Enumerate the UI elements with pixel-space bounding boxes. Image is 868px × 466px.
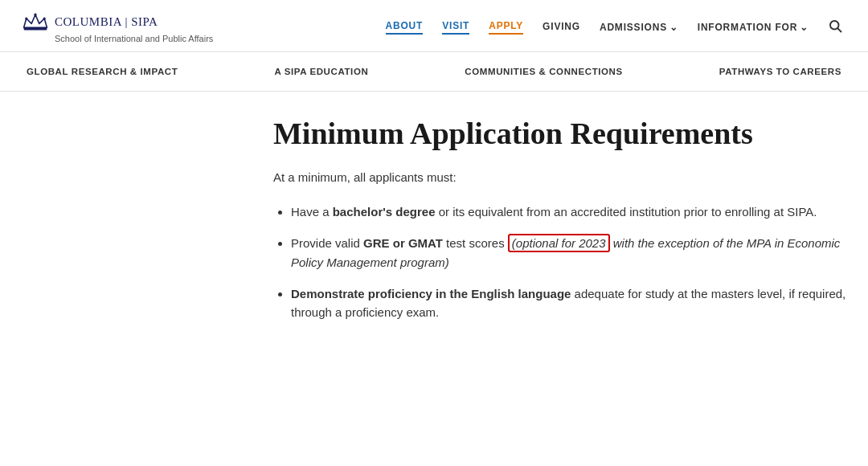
bullet-bold-1: bachelor's degree bbox=[333, 205, 436, 219]
secondary-navigation: GLOBAL RESEARCH & IMPACT A SIPA EDUCATIO… bbox=[0, 52, 868, 92]
list-item: Provide valid GRE or GMAT test scores (o… bbox=[291, 234, 868, 272]
nav-apply[interactable]: APPLY bbox=[489, 20, 523, 35]
search-icon[interactable] bbox=[828, 18, 842, 36]
logo-subtitle: School of International and Public Affai… bbox=[23, 34, 213, 43]
svg-point-1 bbox=[34, 14, 36, 16]
logo-area: COLUMBIA | SIPA School of International … bbox=[23, 11, 213, 43]
bullet-text-2-before: Provide valid bbox=[291, 236, 363, 250]
svg-line-5 bbox=[837, 28, 841, 31]
bullet-text-1-after: or its equivalent from an accredited ins… bbox=[436, 205, 817, 219]
bullet-bold-3: Demonstrate proficiency in the English l… bbox=[291, 287, 571, 300]
sec-nav-global-research[interactable]: GLOBAL RESEARCH & IMPACT bbox=[0, 52, 226, 91]
svg-point-2 bbox=[25, 17, 27, 19]
bullet-bold-2: GRE or GMAT bbox=[363, 236, 443, 250]
crown-icon bbox=[23, 11, 48, 32]
top-navigation: COLUMBIA | SIPA School of International … bbox=[0, 0, 868, 52]
page-title: Minimum Application Requirements bbox=[273, 116, 868, 153]
chevron-down-icon: ⌄ bbox=[800, 22, 809, 33]
nav-information-for[interactable]: INFORMATION FOR ⌄ bbox=[698, 22, 809, 33]
svg-rect-0 bbox=[24, 27, 47, 30]
logo-top: COLUMBIA | SIPA bbox=[23, 11, 213, 32]
logo-name[interactable]: COLUMBIA | SIPA bbox=[55, 15, 158, 29]
main-content: Minimum Application Requirements At a mi… bbox=[0, 92, 868, 345]
nav-links: ABOUT VISIT APPLY GIVING ADMISSIONS ⌄ IN… bbox=[386, 18, 842, 36]
nav-giving[interactable]: GIVING bbox=[542, 21, 580, 34]
list-item: Demonstrate proficiency in the English l… bbox=[291, 284, 868, 322]
nav-admissions[interactable]: ADMISSIONS ⌄ bbox=[600, 22, 678, 33]
bullet-text-2-mid: test scores bbox=[443, 236, 508, 250]
highlighted-optional: (optional for 2023 bbox=[508, 234, 610, 252]
chevron-down-icon: ⌄ bbox=[669, 22, 678, 33]
nav-about[interactable]: ABOUT bbox=[386, 20, 424, 35]
sec-nav-sipa-education[interactable]: A SIPA EDUCATION bbox=[226, 52, 416, 91]
sec-nav-pathways[interactable]: PATHWAYS TO CAREERS bbox=[671, 52, 868, 91]
intro-text: At a minimum, all applicants must: bbox=[273, 169, 868, 187]
svg-point-3 bbox=[43, 17, 46, 19]
bullet-text-1-before: Have a bbox=[291, 205, 333, 219]
list-item: Have a bachelor's degree or its equivale… bbox=[291, 202, 868, 221]
requirements-list: Have a bachelor's degree or its equivale… bbox=[273, 202, 868, 321]
nav-visit[interactable]: VISIT bbox=[442, 20, 469, 35]
sec-nav-communities[interactable]: COMMUNITIES & CONNECTIONS bbox=[416, 52, 670, 91]
